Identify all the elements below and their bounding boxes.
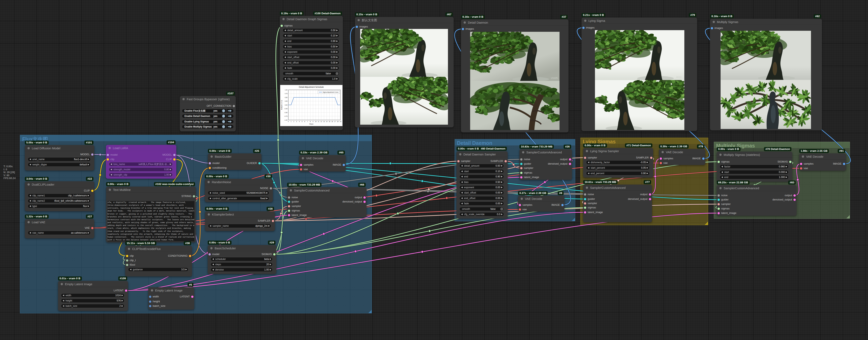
svg-text:Detail Adjustment Schedule: Detail Adjustment Schedule <box>299 86 324 88</box>
svg-text:0.75: 0.75 <box>285 93 287 94</box>
svg-text:19: 19 <box>340 121 341 122</box>
svg-text:JIvoze: JIvoze <box>803 76 809 79</box>
svg-text:12: 12 <box>320 121 322 122</box>
svg-text:10: 10 <box>315 121 317 122</box>
svg-text:-0.75: -0.75 <box>284 116 287 117</box>
svg-text:3: 3 <box>296 121 297 122</box>
svg-text:13: 13 <box>323 121 325 122</box>
svg-text:UVd25: UVd25 <box>551 77 558 79</box>
svg-text:0: 0 <box>288 121 289 122</box>
svg-text:5: 5 <box>302 121 302 122</box>
svg-text:6: 6 <box>304 121 305 122</box>
svg-text:-0.50: -0.50 <box>284 112 287 113</box>
svg-text:7: 7 <box>307 121 308 122</box>
svg-text:0.25: 0.25 <box>285 100 287 102</box>
svg-text:18: 18 <box>337 121 339 122</box>
svg-text:11: 11 <box>318 121 319 122</box>
svg-text:1.00: 1.00 <box>285 89 287 91</box>
svg-text:2: 2 <box>293 121 294 122</box>
svg-text:1: 1 <box>291 121 291 122</box>
svg-text:4: 4 <box>299 121 300 122</box>
svg-text:17: 17 <box>334 121 336 122</box>
svg-text:-1.00: -1.00 <box>284 119 287 121</box>
svg-text:0.00: 0.00 <box>285 104 287 106</box>
svg-text:MH26: MH26 <box>676 76 682 79</box>
svg-text:14: 14 <box>326 121 328 122</box>
svg-text:15: 15 <box>329 121 330 122</box>
svg-text:Steps: Steps <box>309 123 313 125</box>
svg-text:-0.25: -0.25 <box>284 108 287 110</box>
svg-text:8: 8 <box>310 121 311 122</box>
svg-text:0.50: 0.50 <box>285 97 287 98</box>
svg-text:9: 9 <box>313 121 313 122</box>
svg-text:16: 16 <box>332 121 333 122</box>
svg-text:Multiplier (*1.0): Multiplier (*1.0) <box>281 100 283 110</box>
svg-text:Sigma Adjustment Curve: Sigma Adjustment Curve <box>323 91 338 93</box>
